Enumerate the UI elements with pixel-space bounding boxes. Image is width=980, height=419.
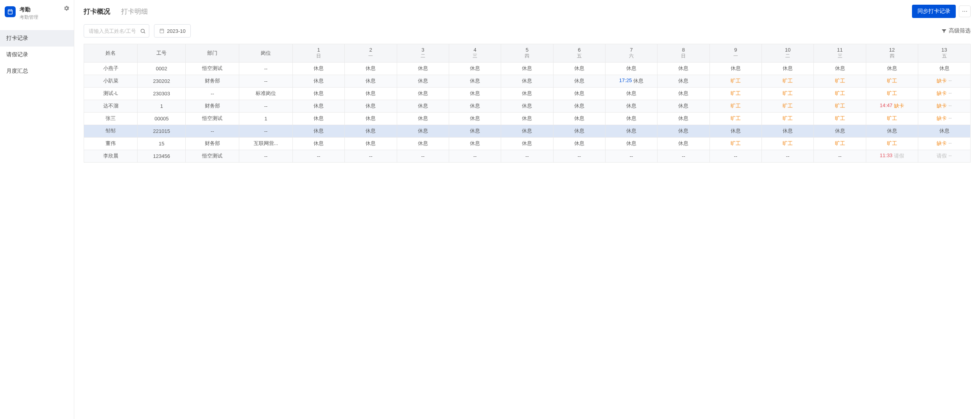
cell-day-1: 休息 [292, 62, 344, 75]
table-head: 姓名工号部门岗位1日2一3二4三5四6五7六8日9一10二11三12四13五 [84, 44, 970, 62]
cell-id: 1 [138, 100, 186, 112]
cell-day-1: -- [292, 150, 344, 162]
cell-day-11: 休息 [814, 62, 866, 75]
table-row[interactable]: 张三00005悟空测试1休息休息休息休息休息休息休息休息旷工旷工旷工旷工缺卡-- [84, 112, 970, 125]
cell-day-13: 休息 [918, 62, 970, 75]
tabs: 打卡概况打卡明细 同步打卡记录 ⋯ [74, 0, 980, 23]
cell-pos: -- [239, 125, 293, 137]
col-header-id: 工号 [138, 44, 186, 62]
cell-day-5: 休息 [501, 137, 553, 150]
date-picker[interactable]: 2023-10 [154, 24, 191, 38]
cell-dept: -- [186, 125, 239, 137]
cell-day-12: 休息 [866, 62, 918, 75]
tab-1[interactable]: 打卡明细 [121, 7, 148, 16]
col-header-day-10: 10二 [761, 44, 813, 62]
cell-day-6: 休息 [553, 62, 605, 75]
cell-day-7: 休息 [605, 112, 657, 125]
cell-day-12: 休息 [866, 125, 918, 137]
col-header-dept: 部门 [186, 44, 239, 62]
cell-name: 小趴菜 [84, 75, 138, 87]
gear-icon[interactable] [64, 5, 69, 12]
cell-day-2: 休息 [345, 87, 397, 100]
cell-day-10: 旷工 [761, 112, 813, 125]
cell-day-5: 休息 [501, 112, 553, 125]
sidebar-item-0[interactable]: 打卡记录 [0, 30, 74, 47]
table-row[interactable]: 小趴菜230202财务部--休息休息休息休息休息休息17:25休息休息旷工旷工旷… [84, 75, 970, 87]
search-button[interactable] [136, 24, 149, 38]
col-header-day-8: 8日 [658, 44, 709, 62]
cell-day-4: 休息 [449, 75, 501, 87]
cell-day-13: 缺卡-- [918, 100, 970, 112]
cell-day-7: 休息 [605, 100, 657, 112]
table-row[interactable]: 李欣晨123456悟空测试------------------------11:… [84, 150, 970, 162]
col-header-name: 姓名 [84, 44, 138, 62]
advanced-filter[interactable]: 高级筛选 [941, 27, 971, 34]
cell-day-12: 旷工 [866, 75, 918, 87]
tab-0[interactable]: 打卡概况 [84, 7, 110, 16]
cell-day-7: 休息 [605, 125, 657, 137]
sidebar: 考勤 考勤管理 打卡记录请假记录月度汇总 [0, 0, 74, 419]
cell-day-8: -- [658, 150, 709, 162]
col-header-day-12: 12四 [866, 44, 918, 62]
search-wrap [84, 24, 149, 38]
cell-day-10: -- [761, 150, 813, 162]
cell-day-6: 休息 [553, 125, 605, 137]
cell-day-5: 休息 [501, 87, 553, 100]
cell-day-5: 休息 [501, 62, 553, 75]
sidebar-item-1[interactable]: 请假记录 [0, 47, 74, 63]
cell-dept: -- [186, 87, 239, 100]
col-header-day-13: 13五 [918, 44, 970, 62]
table-row[interactable]: 小燕子0002悟空测试--休息休息休息休息休息休息休息休息休息休息休息休息休息 [84, 62, 970, 75]
cell-pos: 标准岗位 [239, 87, 293, 100]
cell-name: 邹邹 [84, 125, 138, 137]
sync-button[interactable]: 同步打卡记录 [912, 5, 956, 18]
table-row[interactable]: 董伟15财务部互联网营...休息休息休息休息休息休息休息休息旷工旷工旷工旷工缺卡… [84, 137, 970, 150]
cell-day-10: 休息 [761, 125, 813, 137]
cell-day-1: 休息 [292, 112, 344, 125]
cell-day-12: 旷工 [866, 137, 918, 150]
cell-day-1: 休息 [292, 137, 344, 150]
cell-pos: 互联网营... [239, 137, 293, 150]
cell-day-3: 休息 [397, 125, 449, 137]
col-header-day-9: 9一 [709, 44, 761, 62]
table-wrap: 姓名工号部门岗位1日2一3二4三5四6五7六8日9一10二11三12四13五 小… [84, 44, 971, 163]
cell-day-9: 旷工 [709, 75, 761, 87]
cell-day-12: 旷工 [866, 87, 918, 100]
cell-day-1: 休息 [292, 125, 344, 137]
cell-day-2: 休息 [345, 112, 397, 125]
sidebar-header: 考勤 考勤管理 [0, 0, 74, 27]
attendance-table: 姓名工号部门岗位1日2一3二4三5四6五7六8日9一10二11三12四13五 小… [84, 44, 970, 163]
cell-day-10: 旷工 [761, 75, 813, 87]
cell-day-9: 旷工 [709, 137, 761, 150]
cell-name: 张三 [84, 112, 138, 125]
sidebar-item-2[interactable]: 月度汇总 [0, 63, 74, 79]
cell-day-7: -- [605, 150, 657, 162]
cell-day-4: 休息 [449, 125, 501, 137]
cell-day-7: 休息 [605, 62, 657, 75]
more-button[interactable]: ⋯ [959, 5, 971, 17]
cell-day-12: 旷工 [866, 112, 918, 125]
cell-day-7: 休息 [605, 137, 657, 150]
cell-day-9: -- [709, 150, 761, 162]
table-row[interactable]: 达不溜1财务部--休息休息休息休息休息休息休息休息旷工旷工旷工14:47缺卡缺卡… [84, 100, 970, 112]
cell-day-2: 休息 [345, 75, 397, 87]
cell-day-7: 休息 [605, 87, 657, 100]
cell-day-1: 休息 [292, 100, 344, 112]
cell-day-5: 休息 [501, 125, 553, 137]
cell-day-4: 休息 [449, 87, 501, 100]
cell-day-10: 旷工 [761, 137, 813, 150]
cell-day-11: 休息 [814, 125, 866, 137]
col-header-day-4: 4三 [449, 44, 501, 62]
table-row[interactable]: 测试-L230303--标准岗位休息休息休息休息休息休息休息休息旷工旷工旷工旷工… [84, 87, 970, 100]
cell-day-2: -- [345, 150, 397, 162]
cell-day-11: 旷工 [814, 112, 866, 125]
cell-dept: 悟空测试 [186, 62, 239, 75]
sidebar-title: 考勤 [20, 6, 38, 13]
table-row[interactable]: 邹邹221015----休息休息休息休息休息休息休息休息休息休息休息休息休息 [84, 125, 970, 137]
cell-day-8: 休息 [658, 112, 709, 125]
cell-id: 00005 [138, 112, 186, 125]
cell-dept: 悟空测试 [186, 112, 239, 125]
cell-name: 小燕子 [84, 62, 138, 75]
cell-day-5: -- [501, 150, 553, 162]
col-header-day-6: 6五 [553, 44, 605, 62]
